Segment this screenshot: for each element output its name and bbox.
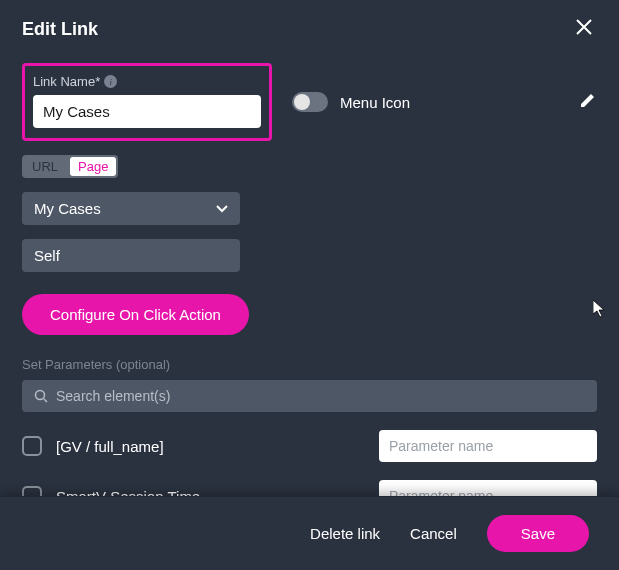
dialog-header: Edit Link bbox=[0, 0, 619, 53]
menu-icon-toggle[interactable] bbox=[292, 92, 328, 112]
dialog-content: Link Name* i Menu Icon URL Page My Cases bbox=[0, 53, 619, 496]
param-checkbox[interactable] bbox=[22, 486, 42, 496]
target-select[interactable]: Self bbox=[22, 239, 240, 272]
link-name-input[interactable] bbox=[33, 95, 261, 128]
dialog-footer: Delete link Cancel Save bbox=[0, 496, 619, 570]
param-name-input[interactable] bbox=[379, 430, 597, 462]
link-name-label: Link Name* i bbox=[33, 74, 261, 89]
dialog-title: Edit Link bbox=[22, 19, 98, 40]
close-icon bbox=[575, 18, 593, 36]
pencil-icon bbox=[579, 91, 597, 109]
param-label: [GV / full_name] bbox=[56, 438, 365, 455]
link-name-highlight: Link Name* i bbox=[22, 63, 272, 141]
cancel-button[interactable]: Cancel bbox=[410, 525, 457, 542]
delete-link-button[interactable]: Delete link bbox=[310, 525, 380, 542]
target-select-value: Self bbox=[34, 247, 60, 264]
search-elements-input[interactable]: Search element(s) bbox=[22, 380, 597, 412]
page-select[interactable]: My Cases bbox=[22, 192, 240, 225]
tab-page[interactable]: Page bbox=[70, 157, 116, 176]
param-name-input[interactable] bbox=[379, 480, 597, 496]
parameter-row: [GV / full_name] bbox=[22, 430, 597, 462]
link-type-tabs: URL Page bbox=[22, 155, 118, 178]
search-placeholder: Search element(s) bbox=[56, 388, 170, 404]
edit-link-dialog: Edit Link Link Name* i Menu Icon bbox=[0, 0, 619, 570]
set-parameters-label: Set Parameters (optional) bbox=[22, 357, 597, 372]
svg-point-0 bbox=[36, 391, 45, 400]
search-icon bbox=[34, 389, 48, 403]
page-select-value: My Cases bbox=[34, 200, 101, 217]
info-icon[interactable]: i bbox=[104, 75, 117, 88]
chevron-down-icon bbox=[216, 202, 228, 216]
edit-menu-icon-button[interactable] bbox=[579, 91, 597, 113]
tab-url[interactable]: URL bbox=[22, 155, 68, 178]
close-button[interactable] bbox=[571, 14, 597, 45]
configure-onclick-button[interactable]: Configure On Click Action bbox=[22, 294, 249, 335]
param-checkbox[interactable] bbox=[22, 436, 42, 456]
param-label: SmartV Session Time bbox=[56, 488, 365, 497]
save-button[interactable]: Save bbox=[487, 515, 589, 552]
menu-icon-label: Menu Icon bbox=[340, 94, 410, 111]
parameter-row: SmartV Session Time bbox=[22, 480, 597, 496]
